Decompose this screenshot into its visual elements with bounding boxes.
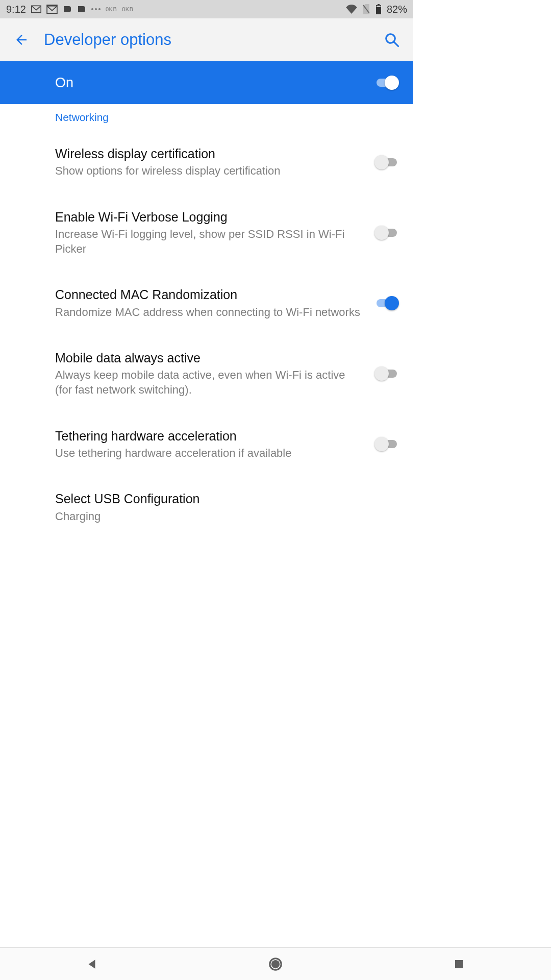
app-bar: Developer options: [0, 18, 413, 61]
setting-subtitle: Charging: [55, 509, 387, 524]
section-header-networking: Networking: [0, 104, 413, 131]
status-right: 82%: [346, 4, 407, 15]
overflow-dots-icon: [91, 8, 101, 10]
toggle-tethering-hw-accel[interactable]: [374, 437, 399, 451]
setting-title: Tethering hardware acceleration: [55, 428, 362, 444]
setting-title: Connected MAC Randomization: [55, 287, 362, 303]
toggle-wireless-display-cert[interactable]: [374, 155, 399, 169]
battery-icon: [375, 4, 382, 14]
setting-subtitle: Show options for wireless display certif…: [55, 164, 362, 179]
settings-list: Wireless display certification Show opti…: [0, 131, 413, 524]
content-scroll[interactable]: On Networking Wireless display certifica…: [0, 61, 413, 702]
setting-mac-randomization[interactable]: Connected MAC Randomization Randomize MA…: [0, 272, 413, 335]
setting-wireless-display-cert[interactable]: Wireless display certification Show opti…: [0, 131, 413, 194]
setting-tethering-hw-accel[interactable]: Tethering hardware acceleration Use teth…: [0, 413, 413, 476]
page-title: Developer options: [44, 31, 380, 49]
setting-mobile-data-always-active[interactable]: Mobile data always active Always keep mo…: [0, 335, 413, 412]
svg-rect-4: [378, 4, 380, 5]
notification-icon: [63, 5, 72, 13]
toggle-wifi-verbose-logging[interactable]: [374, 226, 399, 240]
setting-subtitle: Use tethering hardware acceleration if a…: [55, 446, 362, 461]
master-switch-label: On: [55, 75, 374, 91]
net-speed-2: 0KB: [122, 6, 133, 12]
master-toggle[interactable]: [374, 76, 399, 90]
setting-title: Mobile data always active: [55, 350, 362, 366]
search-button[interactable]: [380, 28, 404, 52]
notification-icon: [77, 5, 86, 13]
setting-title: Wireless display certification: [55, 146, 362, 162]
setting-subtitle: Increase Wi-Fi logging level, show per S…: [55, 227, 362, 256]
gmail-icon: [31, 5, 41, 13]
battery-percent: 82%: [387, 4, 407, 15]
setting-title: Enable Wi-Fi Verbose Logging: [55, 209, 362, 225]
setting-usb-config[interactable]: Select USB Configuration Charging: [0, 476, 413, 524]
setting-subtitle: Always keep mobile data active, even whe…: [55, 368, 362, 397]
setting-title: Select USB Configuration: [55, 491, 387, 507]
wifi-icon: [346, 5, 357, 14]
master-switch-row[interactable]: On: [0, 61, 413, 104]
gmail-icon: [46, 5, 58, 14]
search-icon: [384, 32, 399, 47]
net-speed-1: 0KB: [106, 6, 117, 12]
svg-line-8: [394, 41, 398, 46]
toggle-mobile-data-always-active[interactable]: [374, 366, 399, 381]
status-bar: 9:12 0KB 0KB 82%: [0, 0, 413, 18]
toggle-mac-randomization[interactable]: [374, 296, 399, 310]
no-sim-icon: [362, 4, 370, 14]
status-left: 9:12 0KB 0KB: [6, 4, 134, 15]
arrow-left-icon: [14, 32, 29, 47]
back-button[interactable]: [9, 28, 34, 52]
setting-wifi-verbose-logging[interactable]: Enable Wi-Fi Verbose Logging Increase Wi…: [0, 194, 413, 272]
svg-rect-6: [377, 6, 381, 7]
status-time: 9:12: [6, 4, 26, 15]
setting-subtitle: Randomize MAC address when connecting to…: [55, 305, 362, 320]
svg-rect-2: [46, 5, 58, 6]
